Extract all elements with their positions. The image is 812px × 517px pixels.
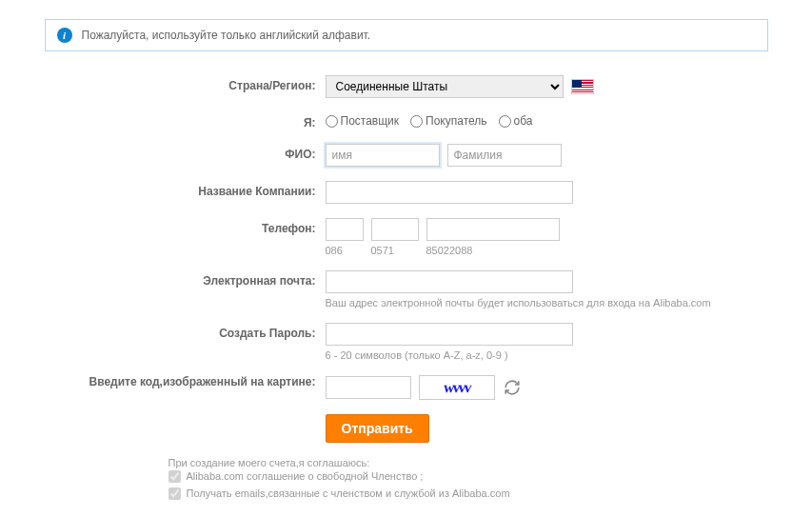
row-email: Электронная почта: Ваш адрес электронной… <box>45 270 768 308</box>
radio-supplier[interactable] <box>326 115 338 128</box>
phone-hint-1: 086 <box>326 245 364 256</box>
last-name-input[interactable] <box>447 144 562 167</box>
row-captcha: Введите код,изображенный на картине: wvv… <box>45 375 768 400</box>
phone-hint-3: 85022088 <box>426 245 560 256</box>
radio-supplier-wrap[interactable]: Поставщик <box>326 114 400 128</box>
phone-area-code-input[interactable] <box>371 218 419 241</box>
label-captcha: Введите код,изображенный на картине: <box>45 375 326 390</box>
radio-buyer-label: Покупатель <box>426 114 486 128</box>
email-hint: Ваш адрес электронной почты будет исполь… <box>326 297 768 308</box>
radio-buyer[interactable] <box>410 115 423 128</box>
password-input[interactable] <box>326 323 573 346</box>
captcha-image: wvvv <box>419 375 495 400</box>
email-input[interactable] <box>326 270 573 293</box>
submit-button[interactable]: Отправить <box>326 414 429 443</box>
flag-icon <box>571 79 594 94</box>
phone-country-code-input[interactable] <box>326 218 364 241</box>
radio-both-wrap[interactable]: оба <box>499 114 533 128</box>
agreement-checkbox-2[interactable] <box>168 487 181 500</box>
row-company: Название Компании: <box>45 181 768 204</box>
label-phone: Телефон: <box>45 218 326 235</box>
label-company: Название Компании: <box>45 181 326 198</box>
row-password: Создать Пароль: 6 - 20 символов (только … <box>45 323 768 361</box>
row-country: Страна/Регион: Соединенные Штаты <box>45 75 768 98</box>
phone-hint-2: 0571 <box>371 245 419 256</box>
info-banner: i Пожалуйста, используйте только английс… <box>45 19 768 51</box>
row-phone: Телефон: 086 0571 85022088 <box>45 218 768 256</box>
label-iam: Я: <box>45 112 326 129</box>
radio-both-label: оба <box>514 114 533 128</box>
password-hint: 6 - 20 символов (только A-Z, a-z, 0-9 ) <box>326 349 768 361</box>
first-name-input[interactable] <box>326 144 440 167</box>
agreement-text-1: Alibaba.com соглашение о свободной Членс… <box>187 468 424 486</box>
row-iam: Я: Поставщик Покупатель оба <box>45 112 768 129</box>
info-text: Пожалуйста, используйте только английски… <box>82 29 371 42</box>
label-email: Электронная почта: <box>45 270 326 288</box>
phone-hints: 086 0571 85022088 <box>326 245 768 256</box>
radio-buyer-wrap[interactable]: Покупатель <box>410 114 486 128</box>
label-fullname: ФИО: <box>45 144 326 161</box>
label-password: Создать Пароль: <box>45 323 326 340</box>
refresh-captcha-icon[interactable] <box>503 378 522 397</box>
phone-number-input[interactable] <box>426 218 560 241</box>
label-country: Страна/Регион: <box>45 75 326 92</box>
company-input[interactable] <box>326 181 573 204</box>
row-fullname: ФИО: <box>45 144 768 167</box>
captcha-input[interactable] <box>326 376 411 399</box>
country-select[interactable]: Соединенные Штаты <box>326 75 564 98</box>
agreements-intro: При создание моего счета,я соглашаюсь: <box>168 457 768 468</box>
radio-supplier-label: Поставщик <box>341 114 400 128</box>
info-icon: i <box>57 28 72 43</box>
row-submit: Отправить <box>45 414 768 443</box>
radio-both[interactable] <box>499 115 511 128</box>
agreements-block: При создание моего счета,я соглашаюсь: A… <box>168 457 768 502</box>
agreement-text-2: Получать emails,связанные с членством и … <box>187 486 510 503</box>
agreement-checkbox-1[interactable] <box>168 470 181 483</box>
captcha-text: wvvv <box>443 379 470 396</box>
